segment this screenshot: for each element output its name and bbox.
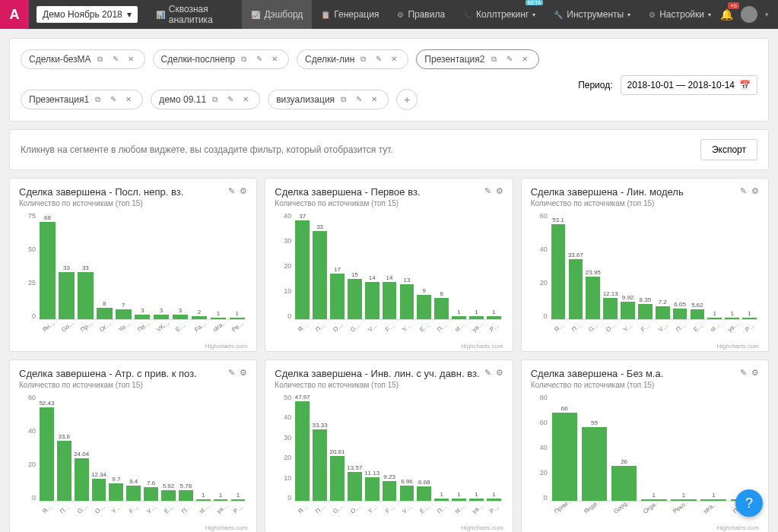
bar[interactable]: 20.81 <box>329 394 345 501</box>
bar[interactable]: 24.04 <box>74 394 90 501</box>
close-icon[interactable]: ✕ <box>243 95 252 104</box>
bar[interactable]: 33.8 <box>56 394 72 501</box>
gear-icon[interactable]: ⚙ <box>496 368 503 378</box>
bar[interactable]: 66 <box>551 394 579 501</box>
dashboard-tab[interactable]: Презентация1⧉✎✕ <box>21 90 143 109</box>
bar[interactable]: 12.34 <box>91 394 107 501</box>
bar[interactable]: 1 <box>451 212 467 319</box>
bar[interactable]: 1 <box>228 212 246 319</box>
copy-icon[interactable]: ⧉ <box>360 55 370 64</box>
bar[interactable]: 1 <box>195 394 211 501</box>
bar[interactable]: 1 <box>640 394 668 501</box>
dashboard-tab[interactable]: визуализация⧉✎✕ <box>268 90 389 109</box>
bar[interactable]: 68 <box>39 212 56 319</box>
edit-icon[interactable]: ✎ <box>484 368 491 378</box>
bar[interactable]: 9 <box>416 212 432 319</box>
nav-item[interactable]: ⚙Правила <box>388 0 454 29</box>
dashboard-tab[interactable]: демо 09.11⧉✎✕ <box>151 90 260 109</box>
bar[interactable]: 8.4 <box>125 394 141 501</box>
close-icon[interactable]: ✕ <box>371 95 380 104</box>
gear-icon[interactable]: ⚙ <box>751 186 759 196</box>
bar[interactable]: 1 <box>433 394 449 501</box>
bar[interactable]: 9.92 <box>620 212 636 319</box>
bar[interactable]: 6.68 <box>416 394 432 501</box>
gear-icon[interactable]: ⚙ <box>751 368 759 378</box>
nav-item[interactable]: 📈Дэшборд <box>242 0 312 29</box>
nav-item[interactable]: 📊Сквозная аналитика <box>147 0 243 29</box>
edit-icon[interactable]: ✎ <box>506 55 516 64</box>
bar[interactable]: 3 <box>134 212 151 319</box>
bar[interactable]: 55 <box>580 394 608 501</box>
gear-icon[interactable]: ⚙ <box>240 186 247 196</box>
bar[interactable]: 7 <box>115 212 132 319</box>
edit-icon[interactable]: ✎ <box>228 368 235 378</box>
edit-icon[interactable]: ✎ <box>113 55 122 64</box>
close-icon[interactable]: ✕ <box>272 55 281 64</box>
close-icon[interactable]: ✕ <box>125 95 135 104</box>
bar[interactable]: 2 <box>191 212 208 319</box>
add-tab-button[interactable]: + <box>396 89 418 110</box>
bar[interactable]: 1 <box>741 212 757 319</box>
bar[interactable]: 14 <box>364 212 380 319</box>
bar[interactable]: 8 <box>96 212 113 319</box>
bar[interactable]: 13.57 <box>347 394 363 501</box>
bar[interactable]: 8 <box>433 212 449 319</box>
bar[interactable]: 13 <box>399 212 414 319</box>
dashboard-tab[interactable]: Сделки-послнепр⧉✎✕ <box>153 49 290 69</box>
gear-icon[interactable]: ⚙ <box>240 368 247 378</box>
bar[interactable]: 53.1 <box>551 212 567 319</box>
period-input[interactable]: 2018-10-01 — 2018-10-14 📅 <box>621 75 757 95</box>
nav-item[interactable]: ⚙Настройки▾ <box>640 0 720 29</box>
avatar[interactable] <box>741 6 757 23</box>
bar[interactable]: 1 <box>209 212 227 319</box>
help-fab[interactable]: ? <box>735 489 763 517</box>
copy-icon[interactable]: ⧉ <box>341 95 350 104</box>
bar[interactable]: 1 <box>707 212 722 319</box>
edit-icon[interactable]: ✎ <box>740 368 747 378</box>
bar[interactable]: 33 <box>58 212 75 319</box>
bar[interactable]: 7.2 <box>655 212 671 319</box>
bar[interactable]: 52.43 <box>39 394 55 501</box>
bar[interactable]: 15 <box>347 212 363 319</box>
nav-item[interactable]: 📋Генерация <box>312 0 388 29</box>
copy-icon[interactable]: ⧉ <box>95 95 104 104</box>
edit-icon[interactable]: ✎ <box>228 186 235 196</box>
bar[interactable]: 1 <box>468 212 484 319</box>
edit-icon[interactable]: ✎ <box>227 95 237 104</box>
bar[interactable]: 1 <box>468 394 484 501</box>
edit-icon[interactable]: ✎ <box>110 95 119 104</box>
bar[interactable]: 33.67 <box>568 212 584 319</box>
bar[interactable]: 5.78 <box>178 394 194 501</box>
bar[interactable]: 26 <box>610 394 638 501</box>
subscription-select[interactable]: Демо Ноябрь 2018 ▾ <box>37 6 138 23</box>
close-icon[interactable]: ✕ <box>128 55 137 64</box>
export-button[interactable]: Экспорт <box>700 139 757 160</box>
nav-item[interactable]: 📞Коллтрекинг▾BETA <box>454 0 545 29</box>
edit-icon[interactable]: ✎ <box>740 186 747 196</box>
bar[interactable]: 17 <box>329 212 345 319</box>
bar[interactable]: 33 <box>312 212 328 319</box>
bar[interactable]: 1 <box>451 394 467 501</box>
bar[interactable]: 23.95 <box>585 212 601 319</box>
bar[interactable]: 1 <box>486 212 502 319</box>
bar[interactable]: 14 <box>382 212 398 319</box>
gear-icon[interactable]: ⚙ <box>496 186 503 196</box>
bar[interactable]: 33.33 <box>312 394 328 501</box>
bar[interactable]: 8.35 <box>637 212 653 319</box>
bar[interactable]: 5.92 <box>160 394 176 501</box>
bar[interactable]: 6.05 <box>672 212 688 319</box>
bar[interactable]: 1 <box>213 394 229 501</box>
bar[interactable]: 11.13 <box>364 394 380 501</box>
nav-item[interactable]: 🔧Инструменты▾ <box>545 0 640 29</box>
edit-icon[interactable]: ✎ <box>356 95 365 104</box>
bar[interactable]: 9.7 <box>108 394 124 501</box>
copy-icon[interactable]: ⧉ <box>212 95 221 104</box>
bar[interactable]: 6.96 <box>399 394 414 501</box>
bar[interactable]: 5.62 <box>690 212 706 319</box>
bar[interactable]: 12.13 <box>602 212 618 319</box>
bar[interactable]: 1 <box>669 394 697 501</box>
bar[interactable]: 9.23 <box>382 394 398 501</box>
bar[interactable]: 47.97 <box>294 394 310 501</box>
bar[interactable]: 3 <box>153 212 170 319</box>
bar[interactable]: 33 <box>77 212 94 319</box>
